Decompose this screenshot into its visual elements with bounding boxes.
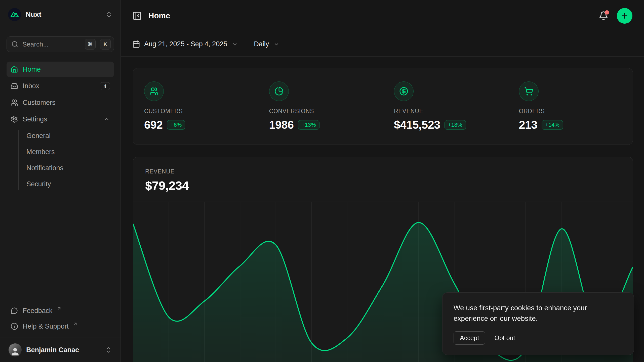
stat-delta-badge: +13% xyxy=(298,120,319,130)
date-range-picker[interactable]: Aug 21, 2025 - Sep 4, 2025 xyxy=(132,40,238,48)
stat-delta-badge: +18% xyxy=(445,120,466,130)
sidebar: Nuxt ⌘ K Home Inbox 4 Customers Settings xyxy=(0,0,121,362)
chevron-up-icon xyxy=(103,116,110,122)
notification-dot xyxy=(605,10,609,15)
add-button[interactable] xyxy=(617,8,632,24)
sidebar-item-members[interactable]: Members xyxy=(7,144,114,160)
stat-card-customers: CUSTOMERS 692 +6% xyxy=(133,68,258,145)
footer-item-label: Feedback xyxy=(23,307,53,315)
home-icon xyxy=(11,66,18,73)
sidebar-item-general[interactable]: General xyxy=(7,128,114,144)
stat-label: CUSTOMERS xyxy=(144,108,247,115)
plus-icon xyxy=(621,12,629,20)
stat-value: $415,523 xyxy=(394,118,440,131)
stat-value: 1986 xyxy=(269,118,294,131)
gear-icon xyxy=(11,115,18,123)
settings-subnav: General Members Notifications Security xyxy=(7,128,114,192)
page-title: Home xyxy=(148,11,170,20)
stat-label: CONVERSIONS xyxy=(269,108,372,115)
users-icon xyxy=(144,81,164,101)
kbd-meta: ⌘ xyxy=(85,39,96,50)
chevrons-up-down-icon xyxy=(105,346,112,353)
sub-item-label: Security xyxy=(26,180,51,188)
notifications-button[interactable] xyxy=(599,11,608,21)
sidebar-item-label: Customers xyxy=(23,99,56,107)
info-circle-icon xyxy=(11,323,18,330)
footer-item-label: Help & Support xyxy=(23,323,69,330)
external-link-icon xyxy=(73,322,78,327)
panel-left-close-icon xyxy=(132,11,142,21)
user-name: Benjamin Canac xyxy=(26,346,79,354)
stat-label: REVENUE xyxy=(394,108,497,115)
search-input[interactable] xyxy=(22,40,80,48)
pie-chart-icon xyxy=(269,81,289,101)
calendar-icon xyxy=(132,40,140,48)
granularity-label: Daily xyxy=(254,40,269,48)
sidebar-item-label: Inbox xyxy=(23,82,39,90)
stat-label: ORDERS xyxy=(519,108,622,115)
accept-button[interactable]: Accept xyxy=(454,331,485,345)
chevrons-up-down-icon xyxy=(105,11,112,18)
stat-card-conversions: CONVERSIONS 1986 +13% xyxy=(258,68,383,145)
inbox-icon xyxy=(11,82,18,90)
external-link-icon xyxy=(57,306,62,311)
sidebar-footer: Feedback Help & Support xyxy=(0,303,120,334)
message-bubble-icon xyxy=(11,307,18,314)
sidebar-item-customers[interactable]: Customers xyxy=(7,95,114,110)
revenue-chart-label: REVENUE xyxy=(145,168,621,175)
dollar-circle-icon xyxy=(394,81,414,101)
inbox-count-badge: 4 xyxy=(100,82,110,90)
nuxt-logo-icon xyxy=(8,8,21,21)
chevron-down-icon xyxy=(273,41,279,47)
stat-delta-badge: +6% xyxy=(167,120,185,130)
date-range-label: Aug 21, 2025 - Sep 4, 2025 xyxy=(144,40,227,48)
sub-item-label: Members xyxy=(26,148,55,156)
filters-toolbar: Aug 21, 2025 - Sep 4, 2025 Daily xyxy=(121,32,644,57)
sidebar-item-security[interactable]: Security xyxy=(7,176,114,192)
opt-out-button[interactable]: Opt out xyxy=(494,334,515,342)
sidebar-item-home[interactable]: Home xyxy=(7,62,114,77)
cookie-message: We use first-party cookies to enhance yo… xyxy=(454,303,623,324)
search-bar[interactable]: ⌘ K xyxy=(7,36,114,52)
user-menu[interactable]: Benjamin Canac xyxy=(7,342,114,358)
sub-item-label: General xyxy=(26,132,51,140)
help-support-link[interactable]: Help & Support xyxy=(7,319,114,334)
feedback-link[interactable]: Feedback xyxy=(7,303,114,318)
search-icon xyxy=(11,41,18,48)
granularity-select[interactable]: Daily xyxy=(254,40,279,48)
sidebar-item-settings[interactable]: Settings xyxy=(7,111,114,127)
sidebar-item-inbox[interactable]: Inbox 4 xyxy=(7,78,114,94)
sidebar-item-label: Settings xyxy=(23,115,47,123)
stat-card-orders: ORDERS 213 +14% xyxy=(508,68,633,145)
chevron-down-icon xyxy=(232,41,238,47)
team-switcher[interactable]: Nuxt xyxy=(7,7,114,23)
sidebar-item-label: Home xyxy=(23,66,41,73)
shopping-cart-icon xyxy=(519,81,539,101)
sidebar-nav: Home Inbox 4 Customers Settings xyxy=(7,62,114,127)
revenue-chart-value: $79,234 xyxy=(145,178,621,193)
avatar xyxy=(9,343,22,356)
page-header: Home xyxy=(121,0,644,32)
sidebar-collapse-button[interactable] xyxy=(132,11,142,21)
stat-card-revenue: REVENUE $415,523 +18% xyxy=(383,68,508,145)
stat-delta-badge: +14% xyxy=(542,120,563,130)
cookie-banner: We use first-party cookies to enhance yo… xyxy=(442,292,634,355)
users-icon xyxy=(11,99,18,106)
sidebar-item-notifications[interactable]: Notifications xyxy=(7,160,114,176)
sub-item-label: Notifications xyxy=(26,164,63,172)
stat-value: 213 xyxy=(519,118,538,131)
brand-name: Nuxt xyxy=(26,11,41,19)
kbd-k: K xyxy=(100,39,111,50)
stat-value: 692 xyxy=(144,118,163,131)
stats-row: CUSTOMERS 692 +6% CONVERSIONS 1986 +13% xyxy=(133,68,633,145)
